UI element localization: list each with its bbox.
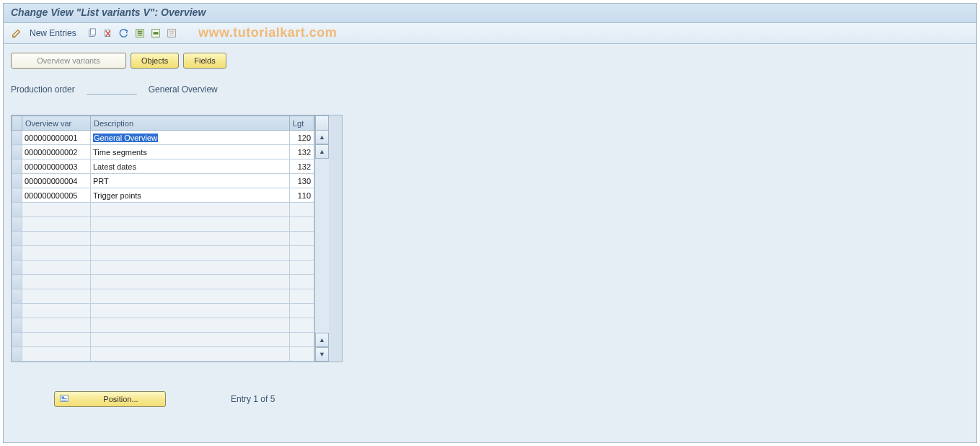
cell-empty[interactable]	[91, 289, 290, 304]
row-selector[interactable]	[12, 174, 22, 188]
cell-empty[interactable]	[290, 289, 314, 304]
cell-overview-var[interactable]: 000000000005	[22, 188, 91, 203]
cell-lgt[interactable]: 130	[290, 174, 314, 188]
cell-overview-var[interactable]: 000000000001	[22, 131, 91, 145]
cell-lgt[interactable]: 110	[290, 188, 314, 203]
col-selector-header[interactable]	[12, 116, 22, 131]
cell-empty[interactable]	[91, 304, 290, 318]
cell-empty[interactable]	[91, 318, 290, 333]
cell-empty[interactable]	[22, 304, 91, 318]
cell-empty[interactable]	[290, 203, 314, 217]
new-entries-button[interactable]: New Entries	[25, 27, 81, 40]
table-row-empty[interactable]	[12, 246, 314, 261]
cell-description[interactable]: General Overview	[91, 131, 290, 145]
table-row-empty[interactable]	[12, 347, 314, 362]
tab-overview-variants[interactable]: Overview variants	[11, 53, 126, 69]
table-row-empty[interactable]	[12, 318, 314, 333]
cell-empty[interactable]	[22, 246, 91, 261]
col-description-header[interactable]: Description	[91, 116, 290, 131]
cell-empty[interactable]	[22, 318, 91, 333]
table-row-empty[interactable]	[12, 304, 314, 318]
cell-empty[interactable]	[22, 289, 91, 304]
copy-as-icon[interactable]	[85, 26, 100, 40]
table-row-empty[interactable]	[12, 333, 314, 347]
cell-empty[interactable]	[22, 217, 91, 232]
delete-icon[interactable]	[101, 26, 115, 40]
cell-description[interactable]: Latest dates	[91, 159, 290, 174]
row-selector[interactable]	[12, 289, 22, 304]
table-row-empty[interactable]	[12, 203, 314, 217]
cell-empty[interactable]	[91, 203, 290, 217]
row-selector[interactable]	[12, 333, 22, 347]
scroll-down-icon[interactable]: ▼	[315, 347, 329, 362]
cell-empty[interactable]	[290, 318, 314, 333]
cell-empty[interactable]	[91, 333, 290, 347]
position-button[interactable]: Position...	[54, 391, 166, 407]
overview-table[interactable]: Overview var Description Lgt 00000000000…	[12, 115, 314, 362]
cell-empty[interactable]	[91, 246, 290, 261]
cell-empty[interactable]	[22, 203, 91, 217]
cell-empty[interactable]	[22, 232, 91, 246]
select-block-icon[interactable]	[149, 26, 163, 40]
cell-overview-var[interactable]: 000000000003	[22, 159, 91, 174]
row-selector[interactable]	[12, 275, 22, 289]
table-row[interactable]: 000000000005Trigger points110	[12, 188, 314, 203]
cell-empty[interactable]	[290, 347, 314, 362]
cell-empty[interactable]	[91, 232, 290, 246]
row-selector[interactable]	[12, 304, 22, 318]
cell-lgt[interactable]: 120	[290, 131, 314, 145]
table-row-empty[interactable]	[12, 232, 314, 246]
col-lgt-header[interactable]: Lgt	[290, 116, 314, 131]
table-row-empty[interactable]	[12, 275, 314, 289]
table-row-empty[interactable]	[12, 261, 314, 275]
row-selector[interactable]	[12, 203, 22, 217]
cell-lgt[interactable]: 132	[290, 145, 314, 159]
cell-overview-var[interactable]: 000000000004	[22, 174, 91, 188]
scroll-col-header[interactable]	[315, 115, 329, 130]
row-selector[interactable]	[12, 145, 22, 159]
scroll-up-icon-2[interactable]: ▲	[315, 144, 329, 159]
cell-description[interactable]: Trigger points	[91, 188, 290, 203]
undo-icon[interactable]	[117, 26, 131, 40]
cell-description[interactable]: Time segments	[91, 145, 290, 159]
cell-empty[interactable]	[91, 275, 290, 289]
row-selector[interactable]	[12, 188, 22, 203]
row-selector[interactable]	[12, 217, 22, 232]
cell-empty[interactable]	[22, 261, 91, 275]
vertical-scrollbar[interactable]: ▲ ▲ ▲ ▼	[314, 115, 329, 362]
cell-description[interactable]: PRT	[91, 174, 290, 188]
cell-empty[interactable]	[91, 261, 290, 275]
cell-empty[interactable]	[22, 347, 91, 362]
cell-overview-var[interactable]: 000000000002	[22, 145, 91, 159]
row-selector[interactable]	[12, 232, 22, 246]
cell-empty[interactable]	[290, 217, 314, 232]
row-selector[interactable]	[12, 246, 22, 261]
row-selector[interactable]	[12, 261, 22, 275]
scroll-down-icon-2[interactable]: ▲	[315, 333, 329, 347]
cell-empty[interactable]	[22, 333, 91, 347]
row-selector[interactable]	[12, 131, 22, 145]
cell-empty[interactable]	[290, 232, 314, 246]
row-selector[interactable]	[12, 159, 22, 174]
row-selector[interactable]	[12, 347, 22, 362]
table-row[interactable]: 000000000004PRT130	[12, 174, 314, 188]
cell-empty[interactable]	[91, 347, 290, 362]
select-all-icon[interactable]	[133, 26, 147, 40]
scroll-track[interactable]	[315, 159, 329, 333]
tab-fields[interactable]: Fields	[183, 53, 226, 69]
toggle-change-icon[interactable]	[9, 26, 24, 40]
cell-empty[interactable]	[290, 304, 314, 318]
tab-objects[interactable]: Objects	[131, 53, 179, 69]
cell-empty[interactable]	[290, 333, 314, 347]
table-row[interactable]: 000000000001General Overview120	[12, 131, 314, 145]
cell-empty[interactable]	[290, 275, 314, 289]
table-row[interactable]: 000000000002Time segments132	[12, 145, 314, 159]
cell-empty[interactable]	[290, 246, 314, 261]
cell-empty[interactable]	[91, 217, 290, 232]
cell-lgt[interactable]: 132	[290, 159, 314, 174]
table-row-empty[interactable]	[12, 217, 314, 232]
deselect-all-icon[interactable]	[164, 26, 179, 40]
scroll-up-icon[interactable]: ▲	[315, 130, 329, 144]
table-row-empty[interactable]	[12, 289, 314, 304]
table-row[interactable]: 000000000003Latest dates132	[12, 159, 314, 174]
